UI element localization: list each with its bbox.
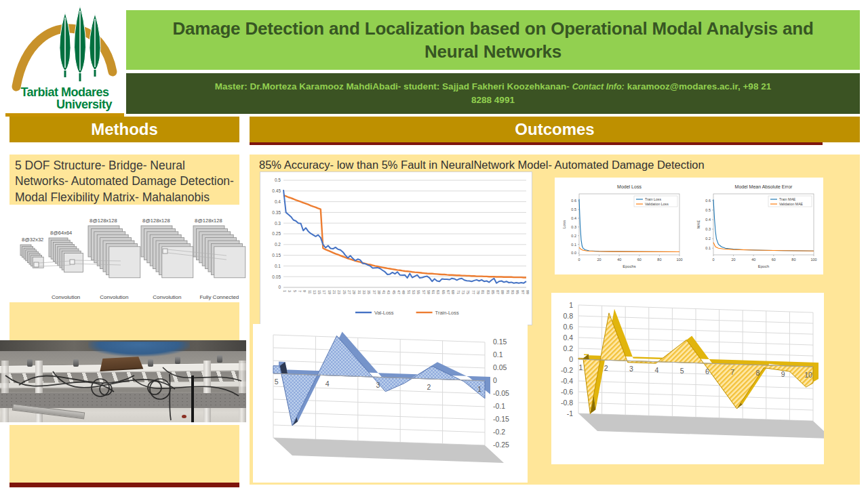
svg-text:5: 5	[680, 367, 684, 375]
svg-text:0: 0	[278, 285, 281, 289]
svg-text:53: 53	[412, 290, 416, 294]
svg-text:Validation MAE: Validation MAE	[779, 202, 804, 206]
svg-text:4: 4	[654, 366, 658, 374]
svg-text:80: 80	[657, 258, 661, 262]
training-history-canvas: 00.050.10.150.20.250.30.350.40.450.51357…	[260, 172, 530, 323]
svg-text:Epoch: Epoch	[758, 264, 769, 268]
svg-text:0.5: 0.5	[275, 178, 281, 182]
svg-text:7: 7	[298, 290, 302, 292]
svg-text:-0.2: -0.2	[493, 428, 505, 436]
svg-text:Convolution: Convolution	[153, 294, 181, 300]
svg-text:29: 29	[352, 290, 356, 294]
outcomes-section-header: Outcomes	[250, 117, 860, 142]
svg-text:77: 77	[471, 290, 475, 294]
svg-text:-0.15: -0.15	[493, 415, 509, 423]
outcomes-panel: 85% Accuracy- low than 5% Fault in Neura…	[250, 155, 860, 485]
poster-root: Tarbiat ModaresUniversity Damage Detecti…	[0, 0, 868, 488]
svg-text:0.2: 0.2	[563, 344, 573, 352]
svg-text:8@32x32: 8@32x32	[22, 237, 43, 243]
svg-text:69: 69	[451, 290, 455, 294]
university-logo-art	[5, 3, 124, 92]
svg-text:-0.8: -0.8	[561, 399, 573, 407]
svg-text:60: 60	[772, 258, 776, 262]
svg-text:Convolution: Convolution	[100, 294, 128, 300]
svg-text:-1: -1	[567, 409, 573, 418]
svg-text:73: 73	[461, 290, 465, 294]
svg-text:41: 41	[382, 290, 386, 294]
authors-text: Master: Dr.Morteza Karamooz MahdiAbadi- …	[215, 81, 570, 92]
svg-text:6: 6	[705, 367, 709, 375]
svg-text:35: 35	[367, 290, 371, 294]
svg-text:10: 10	[804, 371, 812, 379]
svg-text:43: 43	[387, 290, 391, 294]
svg-text:Train MAE: Train MAE	[779, 197, 796, 201]
svg-text:40: 40	[751, 258, 755, 262]
svg-text:5: 5	[293, 290, 297, 292]
svg-text:0.1: 0.1	[705, 246, 711, 250]
svg-text:Val-Loss: Val-Loss	[374, 310, 394, 316]
svg-text:80: 80	[791, 258, 795, 262]
svg-text:0: 0	[578, 258, 580, 262]
svg-text:-0.05: -0.05	[493, 389, 509, 397]
svg-text:1: 1	[477, 385, 481, 393]
svg-text:99: 99	[526, 290, 530, 294]
svg-text:11: 11	[308, 290, 312, 294]
svg-text:0.2: 0.2	[275, 242, 281, 247]
svg-text:0.1: 0.1	[571, 243, 576, 247]
svg-text:57: 57	[422, 290, 426, 294]
svg-text:89: 89	[500, 290, 505, 294]
accent-strip	[9, 483, 239, 487]
svg-text:27: 27	[347, 290, 351, 294]
svg-text:-0.1: -0.1	[493, 402, 505, 410]
svg-text:Train Loss: Train Loss	[645, 197, 661, 201]
svg-text:1: 1	[569, 301, 573, 309]
photo-cables	[0, 340, 246, 422]
svg-text:0.1: 0.1	[275, 264, 281, 268]
outcomes-section-title: Outcomes	[515, 120, 594, 139]
svg-text:85: 85	[491, 290, 495, 294]
svg-text:2: 2	[604, 364, 608, 372]
svg-text:0.6: 0.6	[705, 199, 711, 203]
svg-text:Train-Loss: Train-Loss	[435, 310, 459, 316]
poster-title: Damage Detection and Localization based …	[145, 17, 841, 64]
svg-text:59: 59	[427, 290, 431, 294]
university-logo: Tarbiat ModaresUniversity	[5, 3, 124, 117]
mode-shape-5dof-canvas: 0.150.10.050-0.05-0.1-0.15-0.2-0.2554321	[253, 324, 528, 483]
svg-text:Model Loss: Model Loss	[617, 184, 642, 189]
university-name-line2: University	[5, 98, 124, 110]
svg-text:8@128x128: 8@128x128	[90, 218, 117, 224]
mode-shape-chart-bridge: 10.80.60.40.20-0.2-0.4-0.6-0.8-112345678…	[551, 293, 824, 464]
svg-text:25: 25	[342, 290, 347, 294]
logo-cypress-trees	[60, 5, 100, 81]
svg-text:-0.25: -0.25	[493, 441, 509, 449]
mode-shape-bridge-canvas: 10.80.60.40.20-0.2-0.4-0.6-0.8-112345678…	[551, 293, 824, 464]
svg-text:3: 3	[376, 381, 380, 389]
svg-text:0.4: 0.4	[275, 199, 281, 204]
svg-text:13: 13	[313, 290, 317, 294]
svg-text:47: 47	[397, 290, 401, 294]
svg-text:81: 81	[481, 290, 485, 294]
svg-text:33: 33	[362, 290, 366, 294]
svg-text:0.2: 0.2	[705, 237, 711, 241]
accent-strip	[250, 142, 823, 145]
svg-text:61: 61	[431, 290, 435, 294]
methods-section-title: Methods	[91, 120, 158, 139]
svg-text:67: 67	[446, 290, 450, 294]
svg-text:63: 63	[436, 290, 440, 294]
svg-text:-0.4: -0.4	[561, 377, 573, 385]
svg-text:5: 5	[275, 378, 279, 386]
cnn-diagram-canvas: 8@32x328@64x64Convolution8@128x128Convol…	[5, 205, 246, 302]
svg-text:0.05: 0.05	[272, 274, 281, 279]
svg-text:17: 17	[322, 290, 326, 294]
svg-text:0.6: 0.6	[563, 323, 573, 331]
svg-text:0.4: 0.4	[705, 218, 711, 222]
svg-text:0.15: 0.15	[493, 338, 507, 346]
svg-text:19: 19	[328, 290, 332, 294]
svg-text:Epochs: Epochs	[623, 264, 635, 268]
svg-text:20: 20	[732, 258, 736, 262]
svg-text:-0.6: -0.6	[561, 388, 573, 396]
svg-text:100: 100	[810, 258, 816, 262]
poster-title-bar: Damage Detection and Localization based …	[126, 10, 860, 70]
svg-text:Fully Connected: Fully Connected	[199, 294, 239, 300]
svg-text:65: 65	[441, 290, 446, 294]
